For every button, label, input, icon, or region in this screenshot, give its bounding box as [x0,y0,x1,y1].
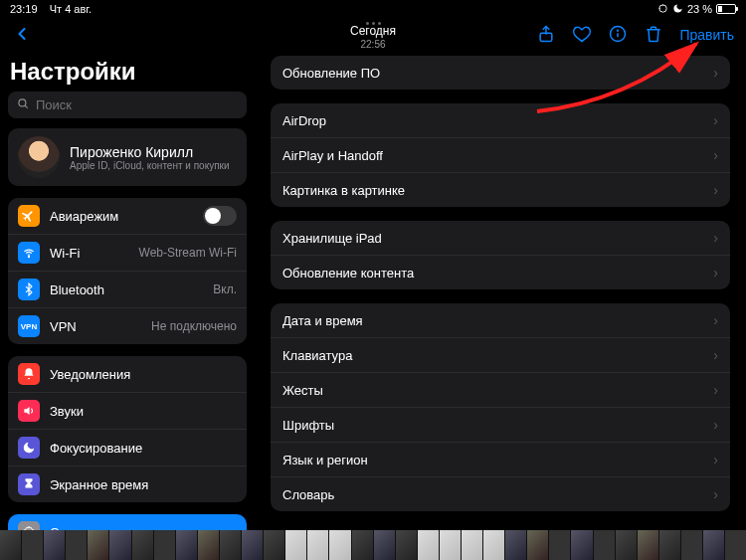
bluetooth-row[interactable]: Bluetooth Вкл. [8,271,247,307]
search-icon [16,96,30,113]
thumbnail[interactable] [285,530,306,560]
favorite-icon[interactable] [572,24,592,47]
profile-card[interactable]: Пироженко Кирилл Apple ID, iCloud, конте… [8,128,247,186]
thumbnail[interactable] [440,530,461,560]
airplane-toggle[interactable] [203,206,237,226]
thumbnail[interactable] [132,530,153,560]
storage-row[interactable]: Хранилище iPad› [271,221,730,255]
viewer-subtitle: 22:56 [350,39,396,50]
settings-title: Настройки [10,58,245,86]
thumbnail[interactable] [505,530,526,560]
fonts-row[interactable]: Шрифты› [271,407,730,442]
notifications-row[interactable]: Уведомления [8,356,247,392]
thumbnail[interactable] [352,530,373,560]
software-update-row[interactable]: Обновление ПО › [271,56,730,90]
thumbnail[interactable] [88,530,108,560]
bluetooth-icon [18,279,40,300]
thumbnail[interactable] [703,530,724,560]
trash-icon[interactable] [644,24,663,47]
thumbnail[interactable] [594,530,615,560]
thumbnail[interactable] [0,530,21,560]
profile-name: Пироженко Кирилл [70,144,230,160]
wifi-row[interactable]: Wi-Fi Web-Stream Wi-Fi [8,234,247,271]
svg-point-7 [28,257,29,258]
thumbnail[interactable] [659,530,680,560]
chevron-right-icon: › [713,452,718,467]
thumbnail[interactable] [307,530,328,560]
edit-button[interactable]: Править [679,27,734,43]
thumbnail[interactable] [176,530,197,560]
thumbnail[interactable] [198,530,219,560]
thumbnail[interactable] [396,530,417,560]
thumbnail[interactable] [44,530,65,560]
thumbnail[interactable] [483,530,504,560]
battery-icon [716,4,736,14]
screentime-row[interactable]: Экранное время [8,466,247,502]
airdrop-row[interactable]: AirDrop› [271,103,730,137]
thumbnail[interactable] [154,530,175,560]
keyboard-label: Клавиатура [282,348,352,363]
photo-filmstrip[interactable] [0,530,746,560]
chevron-right-icon: › [713,417,718,433]
chevron-right-icon: › [713,265,718,280]
network-group: Авиарежим Wi-Fi Web-Stream Wi-Fi Bluetoo… [8,198,247,344]
thumbnail[interactable] [527,530,548,560]
general-row[interactable]: Основные [8,514,247,530]
hourglass-icon [18,473,40,495]
thumbnail[interactable] [725,530,746,560]
search-input[interactable] [36,97,239,112]
dict-label: Словарь [282,487,334,502]
sound-icon [18,400,40,422]
thumbnail[interactable] [109,530,130,560]
thumbnail[interactable] [571,530,592,560]
airplay-label: AirPlay и Handoff [282,148,383,163]
pip-row[interactable]: Картинка в картинке› [271,172,730,207]
thumbnail[interactable] [66,530,87,560]
airplane-row[interactable]: Авиарежим [8,198,247,234]
storage-label: Хранилище iPad [282,231,382,246]
keyboard-row[interactable]: Клавиатура› [271,337,730,372]
datetime-row[interactable]: Дата и время› [271,303,730,337]
thumbnail[interactable] [329,530,350,560]
airplane-label: Авиарежим [50,209,193,224]
thumbnail[interactable] [638,530,658,560]
wifi-icon [18,242,40,264]
vpn-row[interactable]: VPN VPN Не подключено [8,307,247,344]
vpn-icon: VPN [18,315,40,337]
thumbnail[interactable] [549,530,570,560]
focus-row[interactable]: Фокусирование [8,429,247,466]
sounds-row[interactable]: Звуки [8,392,247,429]
thumbnail[interactable] [22,530,43,560]
lang-row[interactable]: Язык и регион› [271,442,730,476]
gestures-row[interactable]: Жесты› [271,372,730,407]
info-icon[interactable] [608,24,628,47]
bg-refresh-row[interactable]: Обновление контента› [271,255,730,289]
thumbnail[interactable] [462,530,482,560]
chevron-right-icon: › [713,182,718,198]
share-icon[interactable] [536,24,556,47]
thumbnail[interactable] [681,530,702,560]
thumbnail[interactable] [616,530,637,560]
datetime-label: Дата и время [282,313,363,328]
chevron-right-icon: › [713,65,718,81]
dict-row[interactable]: Словарь› [271,476,730,511]
svg-point-4 [618,30,619,31]
thumbnail[interactable] [264,530,284,560]
search-field[interactable] [8,92,247,118]
svg-point-0 [659,4,666,11]
bluetooth-label: Bluetooth [50,282,203,297]
airplay-row[interactable]: AirPlay и Handoff› [271,137,730,172]
general-group: Основные [8,514,247,530]
avatar [18,136,60,178]
chevron-right-icon: › [713,347,718,363]
settings-sidebar: Настройки Пироженко Кирилл Apple ID, iCl… [0,52,255,530]
thumbnail[interactable] [374,530,395,560]
bluetooth-value: Вкл. [213,282,237,296]
back-button[interactable] [12,24,32,47]
chevron-right-icon: › [713,382,718,398]
thumbnail[interactable] [418,530,439,560]
airdrop-label: AirDrop [282,113,326,128]
thumbnail[interactable] [242,530,263,560]
status-bar: 23:19 Чт 4 авг. 23 % [0,0,746,18]
thumbnail[interactable] [220,530,241,560]
